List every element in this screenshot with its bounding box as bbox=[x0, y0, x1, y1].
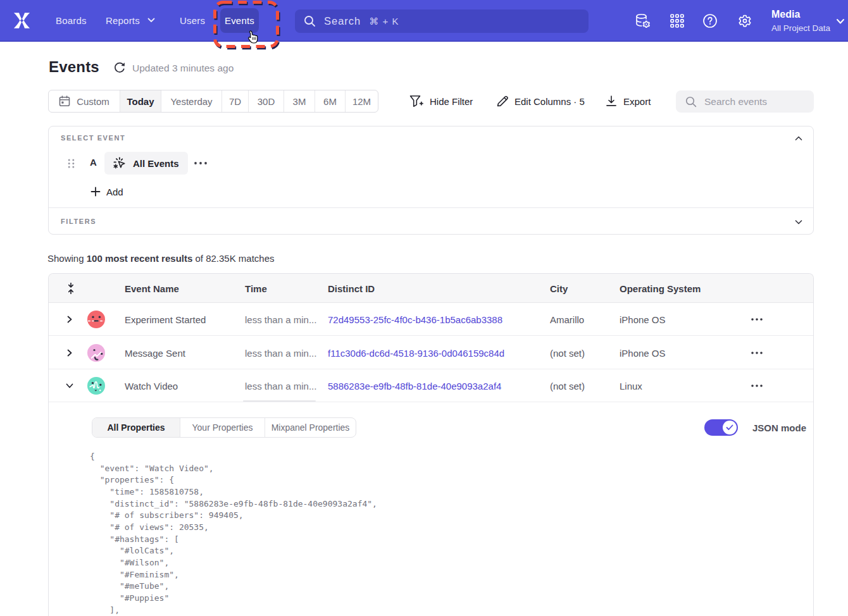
tab-mixpanel-properties[interactable]: Mixpanel Properties bbox=[265, 418, 356, 437]
collapse-row-chevron-down-icon[interactable] bbox=[66, 382, 73, 390]
refresh-icon[interactable] bbox=[114, 62, 125, 73]
date-range-control: Custom Today Yesterday 7D 30D 3M 6M 12M bbox=[48, 90, 378, 113]
settings-gear-icon[interactable] bbox=[737, 13, 752, 28]
search-events-input[interactable] bbox=[704, 96, 806, 108]
event-avatar-red bbox=[87, 311, 105, 328]
events-page: Boards Reports Users Events Search ⌘ + K bbox=[0, 0, 848, 616]
nav-item-boards[interactable]: Boards bbox=[56, 0, 87, 40]
tab-all-properties[interactable]: All Properties bbox=[92, 418, 180, 437]
column-header-event-name[interactable]: Event Name bbox=[125, 274, 179, 303]
global-search-placeholder: Search bbox=[324, 15, 361, 27]
filter-funnel-icon bbox=[409, 95, 424, 108]
table-row-message-sent[interactable]: Message Sent less than a min... f11c30d6… bbox=[49, 336, 813, 369]
edit-columns-button[interactable]: Edit Columns · 5 bbox=[496, 90, 585, 113]
search-icon bbox=[304, 15, 316, 27]
chevron-down-icon bbox=[147, 18, 155, 23]
event-selector-chip[interactable]: All Events bbox=[104, 152, 188, 175]
edit-columns-label: Edit Columns · 5 bbox=[514, 96, 585, 107]
date-range-30d-label: 30D bbox=[258, 96, 275, 107]
apps-grid-icon[interactable] bbox=[670, 13, 685, 28]
event-chip-label: All Events bbox=[133, 158, 179, 169]
cell-event-name: Watch Video bbox=[125, 369, 178, 402]
event-row-letter: A bbox=[90, 157, 97, 168]
cell-city: (not set) bbox=[550, 369, 585, 402]
cell-os: Linux bbox=[620, 369, 642, 402]
cell-os: iPhone OS bbox=[620, 303, 666, 336]
search-events-icon bbox=[685, 96, 697, 108]
pencil-icon bbox=[496, 95, 509, 108]
calendar-icon bbox=[59, 95, 70, 107]
nav-item-reports-label: Reports bbox=[106, 15, 140, 26]
cell-time: less than a min... bbox=[245, 369, 316, 402]
event-row-more-icon[interactable] bbox=[193, 157, 208, 169]
date-range-yesterday[interactable]: Yesterday bbox=[161, 90, 222, 112]
date-range-today-label: Today bbox=[127, 96, 154, 107]
column-header-city[interactable]: City bbox=[550, 274, 568, 303]
nav-item-events[interactable]: Events bbox=[220, 8, 259, 33]
mixpanel-logo-icon[interactable] bbox=[13, 13, 30, 28]
filters-label: FILTERS bbox=[61, 218, 96, 225]
date-range-today[interactable]: Today bbox=[120, 90, 161, 112]
project-scope: All Project Data bbox=[771, 23, 830, 34]
top-navbar: Boards Reports Users Events Search ⌘ + K bbox=[0, 0, 848, 42]
cell-event-name: Experiment Started bbox=[125, 303, 206, 336]
cell-city: (not set) bbox=[550, 336, 585, 369]
table-header-row: Event Name Time Distinct ID City Operati… bbox=[49, 274, 813, 303]
row-actions-icon[interactable] bbox=[750, 317, 764, 322]
column-header-distinct-id[interactable]: Distinct ID bbox=[328, 274, 375, 303]
help-icon[interactable] bbox=[702, 13, 718, 28]
results-summary-count: 100 most recent results bbox=[87, 253, 193, 264]
hide-filter-button[interactable]: Hide Filter bbox=[409, 90, 473, 113]
tab-your-properties[interactable]: Your Properties bbox=[180, 418, 265, 437]
cell-distinct-id-link[interactable]: f11c30d6-dc6d-4518-9136-0d046159c84d bbox=[328, 336, 504, 369]
cell-distinct-id-link[interactable]: 5886283e-e9fb-48fb-81de-40e9093a2af4 bbox=[328, 369, 501, 402]
json-mode-toggle[interactable] bbox=[704, 419, 738, 436]
date-range-30d[interactable]: 30D bbox=[249, 90, 284, 112]
cell-time: less than a min... bbox=[245, 336, 316, 369]
select-event-label: SELECT EVENT bbox=[61, 134, 125, 142]
nav-item-users[interactable]: Users bbox=[180, 0, 205, 40]
column-header-operating-system[interactable]: Operating System bbox=[620, 274, 701, 303]
expand-row-chevron-right-icon[interactable] bbox=[66, 349, 73, 357]
data-management-icon[interactable] bbox=[635, 13, 651, 28]
add-event-button[interactable]: Add bbox=[90, 186, 123, 197]
cell-distinct-id-link[interactable]: 72d49553-25fc-4f0c-b436-1b5ac6ab3388 bbox=[328, 303, 502, 336]
results-summary-prefix: Showing bbox=[47, 253, 87, 264]
table-row-experiment-started[interactable]: Experiment Started less than a min... 72… bbox=[49, 303, 813, 336]
cell-os: iPhone OS bbox=[620, 336, 666, 369]
hide-filter-label: Hide Filter bbox=[430, 96, 473, 107]
magic-cursor-icon bbox=[112, 156, 127, 171]
global-search[interactable]: Search ⌘ + K bbox=[295, 9, 589, 33]
export-button[interactable]: Export bbox=[605, 90, 651, 113]
events-table: Event Name Time Distinct ID City Operati… bbox=[48, 273, 814, 616]
date-range-6m[interactable]: 6M bbox=[315, 90, 346, 112]
project-name: Media bbox=[771, 8, 830, 21]
add-event-label: Add bbox=[106, 187, 123, 197]
cell-city: Amarillo bbox=[550, 303, 584, 336]
date-range-7d-label: 7D bbox=[229, 96, 241, 107]
date-range-3m[interactable]: 3M bbox=[284, 90, 315, 112]
row-actions-icon[interactable] bbox=[750, 350, 764, 355]
date-range-custom-label: Custom bbox=[77, 96, 109, 107]
row-actions-icon[interactable] bbox=[750, 383, 764, 388]
column-header-time[interactable]: Time bbox=[245, 274, 267, 303]
date-range-7d[interactable]: 7D bbox=[222, 90, 249, 112]
last-updated-text: Updated 3 minutes ago bbox=[132, 63, 234, 74]
project-selector[interactable]: Media All Project Data bbox=[771, 8, 830, 34]
json-mode-label: JSON mode bbox=[752, 422, 806, 433]
event-avatar-pink bbox=[87, 344, 105, 362]
toggle-knob bbox=[723, 421, 737, 434]
drag-handle-icon[interactable] bbox=[68, 159, 75, 168]
expand-row-chevron-right-icon[interactable] bbox=[66, 316, 73, 323]
project-chevron-down-icon[interactable] bbox=[836, 18, 845, 25]
expand-filters-chevron-down-icon[interactable] bbox=[794, 218, 803, 226]
date-range-12m[interactable]: 12M bbox=[346, 90, 378, 112]
nav-item-reports[interactable]: Reports bbox=[106, 0, 155, 40]
date-range-3m-label: 3M bbox=[293, 96, 306, 107]
collapse-section-chevron-up-icon[interactable] bbox=[794, 134, 803, 143]
global-search-shortcut: ⌘ + K bbox=[369, 16, 399, 27]
collapse-all-icon[interactable] bbox=[66, 283, 76, 294]
date-range-custom[interactable]: Custom bbox=[49, 90, 120, 112]
date-range-yesterday-label: Yesterday bbox=[170, 96, 212, 107]
table-row-watch-video[interactable]: Watch Video less than a min... 5886283e-… bbox=[49, 369, 813, 402]
